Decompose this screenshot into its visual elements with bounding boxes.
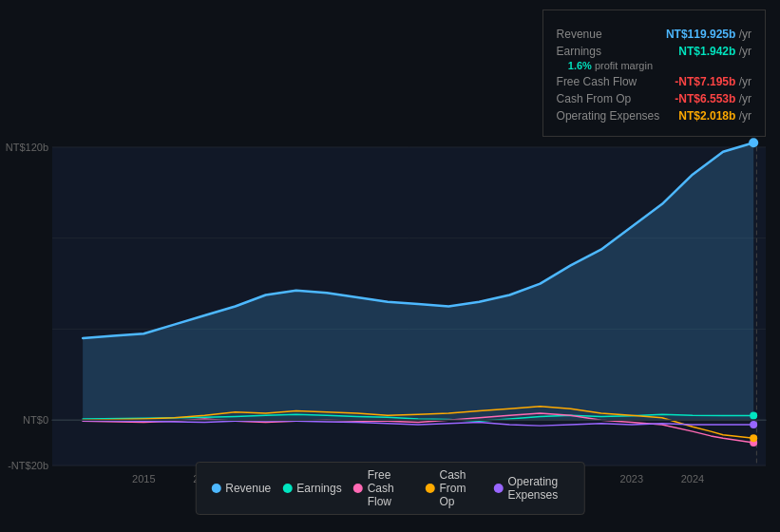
- revenue-dot: [211, 484, 220, 493]
- legend-item-fcf[interactable]: Free Cash Flow: [353, 468, 414, 508]
- fcf-label: Free Cash Flow: [557, 75, 637, 88]
- opexp-label: Operating Expenses: [557, 109, 660, 123]
- cashfromop-dot: [426, 484, 435, 493]
- tooltip-row-revenue: Revenue NT$119.925b /yr: [557, 28, 751, 41]
- tooltip-row-earnings: Earnings NT$1.942b /yr: [557, 45, 751, 58]
- legend-item-revenue[interactable]: Revenue: [211, 482, 271, 495]
- legend-item-opexp[interactable]: Operating Expenses: [494, 475, 569, 502]
- chart-area: Revenue NT$119.925b /yr Earnings NT$1.94…: [0, 0, 780, 532]
- profit-margin: 1.6% profit margin: [557, 60, 751, 71]
- opexp-value: NT$2.018b /yr: [678, 109, 751, 123]
- earnings-value: NT$1.942b /yr: [678, 45, 751, 58]
- legend: Revenue Earnings Free Cash Flow Cash Fro…: [195, 462, 585, 515]
- legend-item-earnings[interactable]: Earnings: [282, 482, 341, 495]
- revenue-label: Revenue: [557, 28, 602, 41]
- fcf-value: -NT$7.195b /yr: [675, 75, 751, 88]
- fcf-dot: [353, 484, 363, 493]
- legend-label-revenue: Revenue: [225, 482, 271, 495]
- legend-label-opexp: Operating Expenses: [508, 475, 569, 502]
- opexp-dot: [494, 484, 504, 493]
- earnings-dot: [282, 484, 292, 493]
- legend-label-fcf: Free Cash Flow: [368, 468, 414, 508]
- tooltip-row-cashfromop: Cash From Op -NT$6.553b /yr: [557, 92, 751, 105]
- legend-item-cashfromop[interactable]: Cash From Op: [426, 468, 483, 508]
- earnings-label: Earnings: [557, 45, 601, 58]
- tooltip: Revenue NT$119.925b /yr Earnings NT$1.94…: [542, 10, 766, 137]
- legend-label-cashfromop: Cash From Op: [440, 468, 483, 508]
- tooltip-row-fcf: Free Cash Flow -NT$7.195b /yr: [557, 75, 751, 88]
- tooltip-row-opexp: Operating Expenses NT$2.018b /yr: [557, 109, 751, 123]
- cashfromop-label: Cash From Op: [557, 92, 632, 105]
- cashfromop-value: -NT$6.553b /yr: [675, 92, 751, 105]
- legend-label-earnings: Earnings: [296, 482, 341, 495]
- revenue-value: NT$119.925b /yr: [666, 28, 751, 41]
